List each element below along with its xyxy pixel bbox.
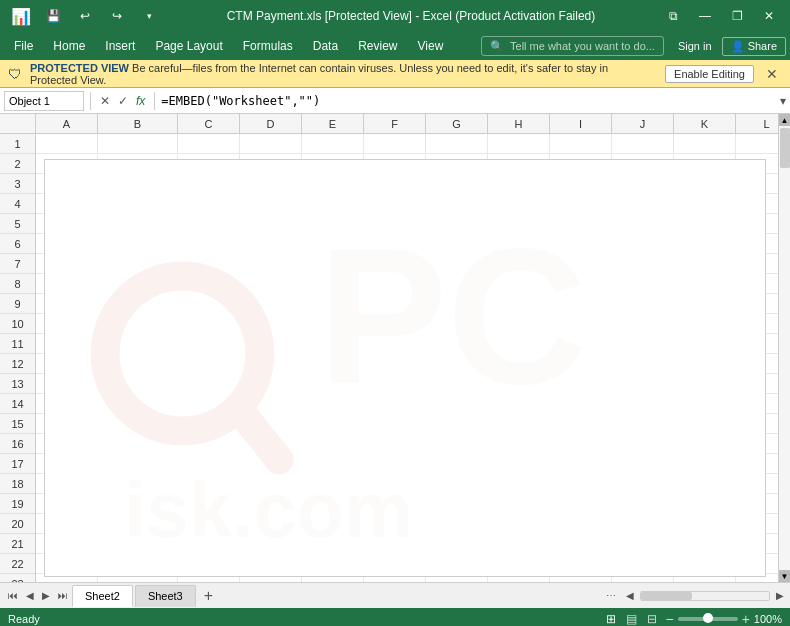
cell[interactable] bbox=[98, 554, 178, 574]
cell[interactable] bbox=[302, 514, 364, 534]
menu-view[interactable]: View bbox=[408, 35, 454, 57]
cell[interactable] bbox=[240, 294, 302, 314]
cell-e1[interactable] bbox=[302, 134, 364, 154]
cell[interactable] bbox=[674, 274, 736, 294]
cell[interactable] bbox=[98, 454, 178, 474]
cell[interactable] bbox=[736, 514, 778, 534]
cell[interactable] bbox=[178, 474, 240, 494]
cell[interactable] bbox=[36, 194, 98, 214]
cell[interactable] bbox=[178, 274, 240, 294]
cell[interactable] bbox=[488, 414, 550, 434]
cell[interactable] bbox=[426, 254, 488, 274]
cell[interactable] bbox=[736, 314, 778, 334]
col-header-h[interactable]: H bbox=[488, 114, 550, 133]
cell[interactable] bbox=[550, 274, 612, 294]
scroll-down-button[interactable]: ▼ bbox=[779, 570, 791, 582]
cell[interactable] bbox=[364, 394, 426, 414]
cell[interactable] bbox=[550, 354, 612, 374]
cell[interactable] bbox=[674, 374, 736, 394]
cell[interactable] bbox=[178, 454, 240, 474]
zoom-out-button[interactable]: − bbox=[665, 611, 673, 626]
cell[interactable] bbox=[736, 214, 778, 234]
cell[interactable] bbox=[736, 234, 778, 254]
cell[interactable] bbox=[674, 354, 736, 374]
cell[interactable] bbox=[736, 534, 778, 554]
cell[interactable] bbox=[488, 194, 550, 214]
cell[interactable] bbox=[426, 294, 488, 314]
cell[interactable] bbox=[36, 434, 98, 454]
cell[interactable] bbox=[364, 554, 426, 574]
cell-g1[interactable] bbox=[426, 134, 488, 154]
cell[interactable] bbox=[736, 574, 778, 582]
cell[interactable] bbox=[612, 534, 674, 554]
cell[interactable] bbox=[178, 314, 240, 334]
sheet-nav-first[interactable]: ⏮ bbox=[4, 590, 22, 601]
cell[interactable] bbox=[736, 354, 778, 374]
cell[interactable] bbox=[36, 314, 98, 334]
cell[interactable] bbox=[98, 154, 178, 174]
cell[interactable] bbox=[240, 174, 302, 194]
cell[interactable] bbox=[612, 274, 674, 294]
cell[interactable] bbox=[302, 434, 364, 454]
cell[interactable] bbox=[426, 554, 488, 574]
zoom-in-button[interactable]: + bbox=[742, 611, 750, 626]
col-header-b[interactable]: B bbox=[98, 114, 178, 133]
cell[interactable] bbox=[98, 234, 178, 254]
cell[interactable] bbox=[98, 534, 178, 554]
sheet-tab-sheet3[interactable]: Sheet3 bbox=[135, 585, 196, 607]
cell[interactable] bbox=[612, 314, 674, 334]
signin-button[interactable]: Sign in bbox=[672, 38, 718, 54]
cell[interactable] bbox=[178, 574, 240, 582]
cell[interactable] bbox=[364, 494, 426, 514]
cell[interactable] bbox=[674, 454, 736, 474]
formula-dropdown-arrow[interactable]: ▾ bbox=[780, 94, 786, 108]
cell-d1[interactable] bbox=[240, 134, 302, 154]
cell[interactable] bbox=[302, 454, 364, 474]
cell[interactable] bbox=[488, 234, 550, 254]
cell[interactable] bbox=[736, 174, 778, 194]
cell[interactable] bbox=[36, 494, 98, 514]
cell[interactable] bbox=[674, 394, 736, 414]
cell[interactable] bbox=[674, 474, 736, 494]
cell[interactable] bbox=[98, 194, 178, 214]
cell[interactable] bbox=[426, 234, 488, 254]
tab-options-button[interactable]: ⋯ bbox=[602, 590, 620, 601]
cell[interactable] bbox=[302, 574, 364, 582]
cell[interactable] bbox=[302, 394, 364, 414]
cell[interactable] bbox=[736, 494, 778, 514]
cell[interactable] bbox=[240, 254, 302, 274]
cell[interactable] bbox=[240, 374, 302, 394]
sheet-nav-last[interactable]: ⏭ bbox=[54, 590, 72, 601]
undo-button[interactable]: ↩ bbox=[72, 3, 98, 29]
cell[interactable] bbox=[36, 294, 98, 314]
cell[interactable] bbox=[550, 574, 612, 582]
cell[interactable] bbox=[98, 334, 178, 354]
cell[interactable] bbox=[240, 334, 302, 354]
cell[interactable] bbox=[364, 174, 426, 194]
cell[interactable] bbox=[302, 534, 364, 554]
cell[interactable] bbox=[364, 514, 426, 534]
cell[interactable] bbox=[736, 474, 778, 494]
cell[interactable] bbox=[674, 334, 736, 354]
cell[interactable] bbox=[612, 194, 674, 214]
cell[interactable] bbox=[736, 414, 778, 434]
cell[interactable] bbox=[550, 174, 612, 194]
cell[interactable] bbox=[364, 294, 426, 314]
cell[interactable] bbox=[426, 514, 488, 534]
cell[interactable] bbox=[98, 474, 178, 494]
cell[interactable] bbox=[550, 314, 612, 334]
cell[interactable] bbox=[364, 254, 426, 274]
scroll-thumb-vertical[interactable] bbox=[780, 128, 790, 168]
name-box[interactable]: Object 1 bbox=[4, 91, 84, 111]
cell[interactable] bbox=[364, 434, 426, 454]
cell-k1[interactable] bbox=[674, 134, 736, 154]
cell[interactable] bbox=[240, 274, 302, 294]
cell[interactable] bbox=[364, 314, 426, 334]
menu-review[interactable]: Review bbox=[348, 35, 407, 57]
cell[interactable] bbox=[488, 494, 550, 514]
cell[interactable] bbox=[488, 394, 550, 414]
cell[interactable] bbox=[178, 154, 240, 174]
cell[interactable] bbox=[364, 354, 426, 374]
page-break-view-button[interactable]: ⊟ bbox=[645, 612, 659, 626]
cell[interactable] bbox=[736, 194, 778, 214]
